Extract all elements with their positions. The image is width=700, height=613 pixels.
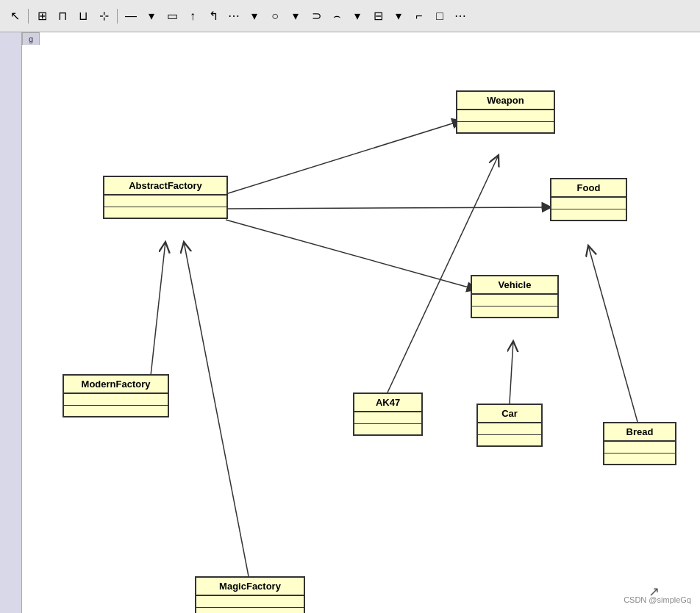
- arrow-corner-icon[interactable]: ↰: [204, 7, 222, 25]
- sidebar-strip: [0, 32, 22, 613]
- box-icon[interactable]: ⊟: [369, 7, 387, 25]
- magicfactory-section1: [196, 596, 304, 608]
- food-section2: [551, 209, 626, 220]
- dropdown2-icon[interactable]: ▾: [246, 7, 263, 25]
- car-section2: [478, 435, 541, 445]
- dropdown1-icon[interactable]: ▾: [143, 7, 160, 25]
- ak47-section1: [354, 412, 421, 424]
- select-tool-icon[interactable]: ↖: [6, 7, 24, 25]
- bread-class-name: Bread: [604, 423, 675, 442]
- folder-icon[interactable]: ⊓: [54, 7, 71, 25]
- bread-section2: [604, 454, 675, 464]
- modernfactory-section2: [64, 406, 168, 416]
- ak47-section2: [354, 424, 421, 434]
- magicfactory-section2: [196, 608, 304, 613]
- ak47-class-name: AK47: [354, 394, 421, 412]
- pin-icon[interactable]: ⊹: [95, 7, 113, 25]
- svg-line-5: [388, 155, 499, 392]
- vehicle-section1: [472, 295, 557, 306]
- svg-line-2: [226, 220, 476, 290]
- canvas-area[interactable]: g Weapon: [22, 32, 700, 613]
- uml-class-modernfactory[interactable]: ModernFactory: [63, 374, 169, 417]
- weapon-section1: [457, 110, 554, 122]
- arrow-up-icon[interactable]: ↑: [184, 7, 201, 25]
- circle-icon[interactable]: ○: [266, 7, 284, 25]
- vehicle-class-name: Vehicle: [472, 276, 557, 295]
- weapon-class-name: Weapon: [457, 92, 554, 110]
- modernfactory-class-name: ModernFactory: [64, 376, 168, 394]
- arrows-svg: [22, 32, 700, 613]
- uml-class-food[interactable]: Food: [550, 178, 627, 221]
- svg-line-1: [226, 207, 551, 209]
- weapon-section2: [457, 122, 554, 132]
- abstractfactory-section1: [104, 196, 226, 207]
- magicfactory-class-name: MagicFactory: [196, 578, 304, 596]
- sep2: [117, 9, 118, 24]
- uml-class-magicfactory[interactable]: MagicFactory: [195, 576, 305, 613]
- abstractfactory-class-name: AbstractFactory: [104, 177, 226, 196]
- uml-class-abstractfactory[interactable]: AbstractFactory: [103, 176, 228, 219]
- car-class-name: Car: [478, 405, 541, 423]
- car-section1: [478, 423, 541, 435]
- cursor-icon: ↗: [649, 584, 660, 600]
- grid-icon[interactable]: ⊞: [33, 7, 51, 25]
- uml-class-ak47[interactable]: AK47: [353, 392, 423, 436]
- dropdown5-icon[interactable]: ▾: [390, 7, 407, 25]
- rect-icon[interactable]: ▭: [163, 7, 181, 25]
- uml-class-car[interactable]: Car: [476, 404, 543, 447]
- svg-line-7: [588, 245, 638, 422]
- dropdown4-icon[interactable]: ▾: [349, 7, 366, 25]
- dropdown3-icon[interactable]: ▾: [287, 7, 304, 25]
- svg-line-0: [226, 121, 462, 194]
- modernfactory-section1: [64, 394, 168, 406]
- vehicle-section2: [472, 306, 557, 317]
- rectangle-icon[interactable]: □: [431, 7, 449, 25]
- abstractfactory-section2: [104, 207, 226, 218]
- svg-line-6: [510, 341, 513, 404]
- corner-icon[interactable]: ⌐: [410, 7, 428, 25]
- d-shape-icon[interactable]: ⊃: [307, 7, 325, 25]
- line-icon[interactable]: —: [122, 7, 140, 25]
- bread-section1: [604, 442, 675, 454]
- uml-class-vehicle[interactable]: Vehicle: [471, 275, 559, 318]
- more-icon[interactable]: ⋯: [451, 7, 469, 25]
- uml-class-bread[interactable]: Bread: [603, 422, 676, 465]
- sep1: [28, 9, 29, 24]
- svg-line-4: [184, 242, 249, 576]
- food-section1: [551, 198, 626, 209]
- svg-line-3: [151, 242, 165, 376]
- uml-class-weapon[interactable]: Weapon: [456, 90, 555, 134]
- arc-icon[interactable]: ⌢: [328, 7, 346, 25]
- folder2-icon[interactable]: ⊔: [74, 7, 92, 25]
- toolbar: ↖ ⊞ ⊓ ⊔ ⊹ — ▾ ▭ ↑ ↰ ⋯ ▾ ○ ▾ ⊃ ⌢ ▾ ⊟ ▾ ⌐ …: [0, 0, 700, 32]
- food-class-name: Food: [551, 179, 626, 198]
- dots-icon[interactable]: ⋯: [225, 7, 243, 25]
- tab-label[interactable]: g: [22, 32, 40, 45]
